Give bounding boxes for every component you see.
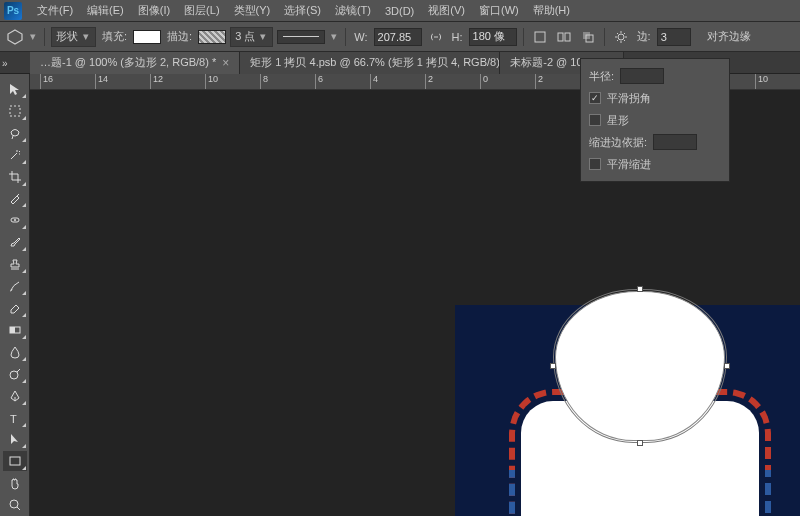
separator	[604, 28, 605, 46]
lasso-tool-icon[interactable]	[3, 123, 27, 143]
edges-input[interactable]	[657, 28, 691, 46]
edges-label: 边:	[635, 29, 653, 44]
stroke-width-value: 3 点	[235, 29, 255, 44]
ruler-tick: 16	[40, 74, 53, 90]
stamp-tool-icon[interactable]	[3, 254, 27, 274]
smooth-corners-label: 平滑拐角	[607, 91, 651, 106]
star-label: 星形	[607, 113, 629, 128]
star-checkbox[interactable]	[589, 114, 601, 126]
menu-help[interactable]: 帮助(H)	[526, 0, 577, 21]
menu-edit[interactable]: 编辑(E)	[80, 0, 131, 21]
indent-label: 缩进边依据:	[589, 135, 647, 150]
stroke-style-dropdown[interactable]	[277, 30, 325, 44]
menu-3d[interactable]: 3D(D)	[378, 2, 421, 20]
ruler-tick: 14	[95, 74, 108, 90]
app-logo: Ps	[4, 2, 22, 20]
path-select-tool-icon[interactable]	[3, 430, 27, 450]
ruler-tick: 0	[480, 74, 488, 90]
stroke-swatch[interactable]	[198, 30, 226, 44]
tool-preset-dropdown[interactable]: ▾	[28, 30, 38, 43]
polygon-options-popup: 半径: ✓平滑拐角 星形 缩进边依据: 平滑缩进	[580, 58, 730, 182]
svg-rect-13	[10, 457, 20, 465]
svg-rect-1	[535, 32, 545, 42]
wand-tool-icon[interactable]	[3, 145, 27, 165]
height-label: H:	[450, 31, 465, 43]
ruler-tick: 4	[370, 74, 378, 90]
menu-window[interactable]: 窗口(W)	[472, 0, 526, 21]
anchor-right[interactable]	[724, 363, 730, 369]
gradient-tool-icon[interactable]	[3, 320, 27, 340]
gear-icon[interactable]	[611, 27, 631, 47]
anchor-left[interactable]	[550, 363, 556, 369]
hand-tool-icon[interactable]	[3, 473, 27, 493]
heal-tool-icon[interactable]	[3, 210, 27, 230]
fill-swatch[interactable]	[133, 30, 161, 44]
smooth-corners-checkbox[interactable]: ✓	[589, 92, 601, 104]
ruler-tick: 6	[315, 74, 323, 90]
svg-point-6	[618, 34, 624, 40]
ruler-tick: 10	[755, 74, 768, 90]
menu-file[interactable]: 文件(F)	[30, 0, 80, 21]
menu-view[interactable]: 视图(V)	[421, 0, 472, 21]
ruler-tick: 12	[150, 74, 163, 90]
fill-label: 填充:	[100, 29, 129, 44]
tab-label: …题-1 @ 100% (多边形 2, RGB/8) *	[40, 55, 216, 70]
blur-tool-icon[interactable]	[3, 342, 27, 362]
polygon-tool-icon[interactable]	[6, 28, 24, 46]
shape-tool-icon[interactable]	[3, 451, 27, 471]
indent-input[interactable]	[653, 134, 697, 150]
ruler-tick: 8	[260, 74, 268, 90]
link-icon[interactable]	[426, 27, 446, 47]
path-op-icon[interactable]	[530, 27, 550, 47]
ruler-tick: 2	[535, 74, 543, 90]
width-input[interactable]	[374, 28, 422, 46]
svg-point-14	[10, 500, 18, 508]
type-tool-icon[interactable]: T	[3, 408, 27, 428]
bounding-box[interactable]	[553, 289, 727, 443]
smooth-indent-checkbox[interactable]	[589, 158, 601, 170]
arrange-icon[interactable]	[578, 27, 598, 47]
close-tab-icon[interactable]: ×	[222, 56, 229, 70]
separator	[44, 28, 45, 46]
tab-label: 矩形 1 拷贝 4.psb @ 66.7% (矩形 1 拷贝 4, RGB/8)…	[250, 55, 500, 70]
smooth-indent-label: 平滑缩进	[607, 157, 651, 172]
radius-input[interactable]	[620, 68, 664, 84]
stroke-style-chevron[interactable]: ▾	[329, 30, 339, 43]
anchor-top[interactable]	[637, 286, 643, 292]
anchor-bottom[interactable]	[637, 440, 643, 446]
menu-select[interactable]: 选择(S)	[277, 0, 328, 21]
expand-tabs-icon[interactable]: »	[0, 56, 10, 71]
align-icon[interactable]	[554, 27, 574, 47]
dodge-tool-icon[interactable]	[3, 364, 27, 384]
marquee-tool-icon[interactable]	[3, 101, 27, 121]
ruler-tick: 10	[205, 74, 218, 90]
brush-tool-icon[interactable]	[3, 232, 27, 252]
eyedropper-tool-icon[interactable]	[3, 189, 27, 209]
svg-text:T: T	[10, 413, 17, 425]
svg-rect-2	[558, 33, 563, 41]
menu-layer[interactable]: 图层(L)	[177, 0, 226, 21]
stroke-label: 描边:	[165, 29, 194, 44]
zoom-tool-icon[interactable]	[3, 495, 27, 515]
pen-tool-icon[interactable]	[3, 386, 27, 406]
radius-label: 半径:	[589, 69, 614, 84]
document-tab-1[interactable]: …题-1 @ 100% (多边形 2, RGB/8) *×	[30, 52, 240, 74]
shape-mode-dropdown[interactable]: 形状▾	[51, 27, 96, 47]
svg-rect-3	[565, 33, 570, 41]
separator	[523, 28, 524, 46]
eraser-tool-icon[interactable]	[3, 298, 27, 318]
shape-mode-label: 形状	[56, 29, 78, 44]
history-brush-tool-icon[interactable]	[3, 276, 27, 296]
menu-type[interactable]: 类型(Y)	[227, 0, 278, 21]
separator	[345, 28, 346, 46]
svg-point-11	[10, 371, 18, 379]
move-tool-icon[interactable]	[3, 79, 27, 99]
crop-tool-icon[interactable]	[3, 167, 27, 187]
stroke-width-input[interactable]: 3 点▾	[230, 27, 273, 47]
menu-filter[interactable]: 滤镜(T)	[328, 0, 378, 21]
document-tab-2[interactable]: 矩形 1 拷贝 4.psb @ 66.7% (矩形 1 拷贝 4, RGB/8)…	[240, 52, 500, 74]
menu-image[interactable]: 图像(I)	[131, 0, 177, 21]
height-input[interactable]	[469, 28, 517, 46]
svg-rect-7	[10, 106, 20, 116]
ruler-tick: 2	[425, 74, 433, 90]
